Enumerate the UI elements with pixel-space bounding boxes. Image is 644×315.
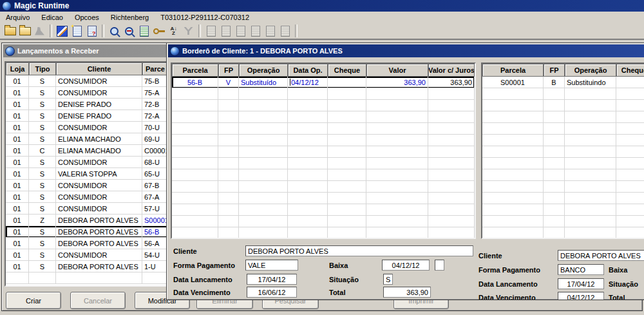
- baixa-field[interactable]: 04/12/12: [382, 260, 430, 271]
- open-folder-icon[interactable]: [3, 24, 17, 38]
- empty-row[interactable]: [172, 216, 475, 227]
- doc-action-icon-1-glyph: [207, 26, 216, 37]
- preview-icon[interactable]: [107, 24, 122, 38]
- empty-row[interactable]: [482, 123, 644, 135]
- empty-row[interactable]: [172, 88, 475, 100]
- table-row[interactable]: 01CELIANA MACHADOC00001: [6, 145, 168, 157]
- empty-row[interactable]: [482, 204, 644, 216]
- empty-row[interactable]: [172, 169, 475, 181]
- table-row[interactable]: 01SDENISE PRADO72-A: [6, 110, 168, 122]
- menu-item-5[interactable]: T031012-P291112-C070312: [155, 12, 255, 23]
- right-data-vencimento-field[interactable]: 04/12/12: [558, 292, 604, 300]
- table-row[interactable]: 01SCONSUMIDOR67-B: [6, 180, 168, 191]
- table-cell: [544, 181, 565, 193]
- table-cell: C00001: [142, 145, 168, 157]
- table-cell: CONSUMIDOR: [56, 249, 142, 261]
- table-row[interactable]: 01SELIANA MACHADO69-U: [6, 133, 168, 145]
- table-row[interactable]: 01SCONSUMIDOR70-U: [6, 122, 168, 133]
- empty-row[interactable]: [482, 88, 644, 100]
- empty-row[interactable]: [172, 146, 475, 158]
- empty-row[interactable]: [482, 111, 644, 123]
- cliente-field[interactable]: DEBORA PORTO ALVES: [245, 245, 473, 256]
- right-forma-pagamento-field[interactable]: BANCO: [558, 264, 604, 275]
- table-row[interactable]: 56-BVSubstituído04/12/12363,90363,90: [172, 77, 475, 88]
- list-icon[interactable]: [137, 24, 151, 38]
- menu-item-1[interactable]: Arquivo: [0, 12, 35, 23]
- table-cell: 01: [6, 145, 29, 157]
- table-cell: [288, 123, 328, 135]
- main-titlebar[interactable]: Magic Runtime: [0, 0, 644, 12]
- table-cell: [328, 227, 366, 239]
- empty-row[interactable]: [482, 193, 644, 204]
- empty-row[interactable]: [482, 216, 644, 227]
- table-cell: [428, 146, 475, 158]
- table-cell: [366, 111, 428, 123]
- table-row[interactable]: 01SDENISE PRADO72-B: [6, 99, 168, 110]
- doc-action-icon-6: [278, 24, 292, 38]
- cancelar-button: Cancelar: [70, 292, 126, 309]
- table-row[interactable]: 01SCONSUMIDOR75-A: [6, 87, 168, 99]
- table-row[interactable]: 01SDEBORA PORTO ALVES1-U: [6, 261, 168, 272]
- empty-row[interactable]: [482, 169, 644, 181]
- table-row[interactable]: 01SCONSUMIDOR68-U: [6, 157, 168, 168]
- empty-row[interactable]: [172, 204, 475, 216]
- table-cell: S: [29, 261, 56, 272]
- empty-row[interactable]: [482, 135, 644, 146]
- search-again-icon[interactable]: [122, 24, 137, 38]
- table-row[interactable]: S00001BSubstituindo: [482, 77, 644, 88]
- empty-row[interactable]: [172, 100, 475, 111]
- table-row[interactable]: 01SCONSUMIDOR75-B: [6, 75, 168, 87]
- sort-az-icon[interactable]: A↓Z: [166, 24, 181, 38]
- empty-row[interactable]: [172, 135, 475, 146]
- table-cell: [288, 216, 328, 227]
- empty-row[interactable]: [482, 158, 644, 169]
- record-help-icon[interactable]: [84, 24, 99, 38]
- situacao-field[interactable]: S: [383, 274, 393, 285]
- import-folder-icon[interactable]: [17, 24, 32, 38]
- empty-row[interactable]: [172, 111, 475, 123]
- empty-row[interactable]: [172, 181, 475, 193]
- menu-item-3[interactable]: Opcoes: [69, 12, 105, 23]
- table-cell: V: [218, 77, 239, 88]
- table-cell: [366, 227, 428, 239]
- table-cell: [288, 100, 328, 111]
- toolbar-separator: [295, 24, 298, 37]
- data-vencimento-field[interactable]: 16/06/12: [247, 287, 297, 298]
- cliente-label: Cliente: [173, 247, 197, 255]
- new-record-icon[interactable]: [70, 24, 84, 38]
- column-header: Loja: [6, 62, 29, 75]
- menu-item-2[interactable]: Edicao: [35, 12, 69, 23]
- empty-row[interactable]: [172, 158, 475, 169]
- table-row[interactable]: 01SCONSUMIDOR67-A: [6, 191, 168, 203]
- table-row[interactable]: 01SDEBORA PORTO ALVES56-A: [6, 238, 168, 249]
- bordero-titlebar[interactable]: Borderô de Cliente: 1 - DEBORA PORTO ALV…: [168, 44, 644, 57]
- empty-row[interactable]: [482, 100, 644, 111]
- table-row[interactable]: 01SCONSUMIDOR54-U: [6, 249, 168, 261]
- table-cell: [366, 193, 428, 204]
- empty-row[interactable]: [482, 146, 644, 158]
- empty-row[interactable]: [172, 123, 475, 135]
- table-row[interactable]: 01SCONSUMIDOR57-U: [6, 203, 168, 215]
- empty-row[interactable]: [172, 227, 475, 239]
- right-cliente-field[interactable]: DEBORA PORTO ALVES: [558, 250, 644, 261]
- edit-record-icon[interactable]: [55, 24, 70, 38]
- data-lancamento-field[interactable]: 17/04/12: [247, 274, 297, 285]
- table-cell: [172, 100, 218, 111]
- doc-action-icon-4: [248, 24, 263, 38]
- criar-button[interactable]: Criar: [6, 292, 61, 309]
- empty-row[interactable]: [172, 193, 475, 204]
- baixa-flag-field[interactable]: [435, 260, 444, 271]
- total-field[interactable]: 363,90: [383, 287, 431, 298]
- right-data-lancamento-field[interactable]: 17/04/12: [558, 278, 604, 289]
- table-cell: 67-B: [142, 180, 168, 191]
- empty-row[interactable]: [6, 272, 168, 284]
- table-row[interactable]: 01SVALERIA STOPPA65-U: [6, 168, 168, 180]
- menu-item-4[interactable]: Richtenberg: [105, 12, 155, 23]
- table-row[interactable]: 01SDEBORA PORTO ALVES56-B: [6, 226, 168, 238]
- empty-row[interactable]: [482, 181, 644, 193]
- column-header: Tipo: [29, 62, 56, 75]
- table-row[interactable]: 01ZDEBORA PORTO ALVESS00001: [6, 215, 168, 226]
- key-icon[interactable]: [151, 24, 166, 38]
- forma-pagamento-field[interactable]: VALE: [245, 260, 298, 271]
- empty-row[interactable]: [482, 227, 644, 239]
